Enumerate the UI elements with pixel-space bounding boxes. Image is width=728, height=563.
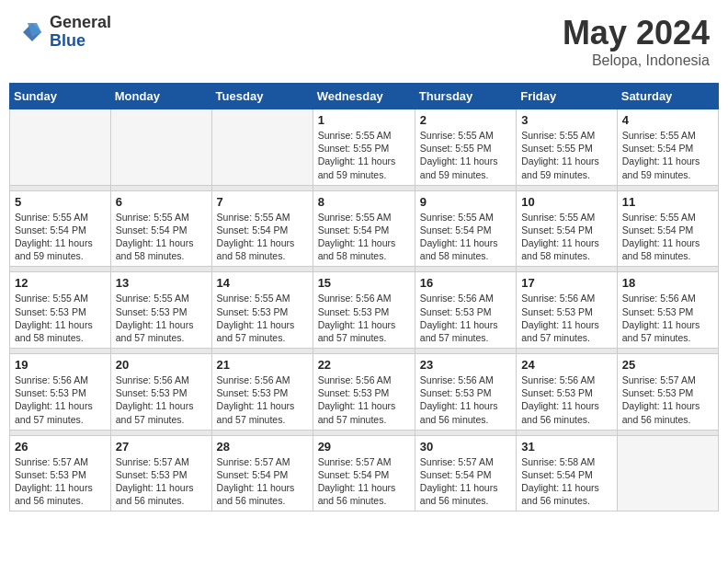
day-number: 12 [15,276,106,290]
table-row: 2Sunrise: 5:55 AM Sunset: 5:55 PM Daylig… [415,109,516,186]
table-row: 30Sunrise: 5:57 AM Sunset: 5:54 PM Dayli… [415,435,516,511]
day-number: 27 [116,440,207,454]
day-info: Sunrise: 5:55 AM Sunset: 5:53 PM Dayligh… [15,292,106,344]
day-number: 3 [521,113,612,127]
table-row: 17Sunrise: 5:56 AM Sunset: 5:53 PM Dayli… [517,272,618,349]
day-info: Sunrise: 5:56 AM Sunset: 5:53 PM Dayligh… [318,373,410,426]
day-info: Sunrise: 5:55 AM Sunset: 5:54 PM Dayligh… [15,211,106,263]
day-number: 9 [420,195,511,209]
table-row: 24Sunrise: 5:56 AM Sunset: 5:53 PM Dayli… [517,354,618,431]
table-row: 18Sunrise: 5:56 AM Sunset: 5:53 PM Dayli… [617,272,718,349]
header-friday: Friday [517,84,618,109]
page-header: General Blue May 2024 Belopa, Indonesia [9,9,719,74]
day-info: Sunrise: 5:55 AM Sunset: 5:54 PM Dayligh… [622,129,713,181]
calendar-week-row: 12Sunrise: 5:55 AM Sunset: 5:53 PM Dayli… [10,272,719,349]
table-row: 8Sunrise: 5:55 AM Sunset: 5:54 PM Daylig… [313,190,415,267]
day-number: 8 [318,195,410,209]
day-number: 31 [521,440,612,454]
table-row: 20Sunrise: 5:56 AM Sunset: 5:53 PM Dayli… [110,354,211,431]
day-info: Sunrise: 5:56 AM Sunset: 5:53 PM Dayligh… [521,292,612,344]
day-number: 28 [217,440,308,454]
day-number: 13 [116,276,207,290]
day-info: Sunrise: 5:57 AM Sunset: 5:54 PM Dayligh… [217,455,308,508]
day-info: Sunrise: 5:55 AM Sunset: 5:55 PM Dayligh… [420,129,511,181]
table-row: 21Sunrise: 5:56 AM Sunset: 5:53 PM Dayli… [211,354,313,431]
logo-blue: Blue [50,32,111,51]
header-thursday: Thursday [415,84,516,109]
table-row [211,109,313,186]
table-row [110,109,211,186]
day-info: Sunrise: 5:57 AM Sunset: 5:53 PM Dayligh… [622,373,713,426]
weekday-header-row: Sunday Monday Tuesday Wednesday Thursday… [10,84,719,109]
table-row: 16Sunrise: 5:56 AM Sunset: 5:53 PM Dayli… [415,272,516,349]
day-number: 11 [622,195,713,209]
day-info: Sunrise: 5:57 AM Sunset: 5:53 PM Dayligh… [15,455,106,508]
day-number: 4 [622,113,713,127]
day-number: 15 [318,276,410,290]
day-number: 6 [116,195,207,209]
day-info: Sunrise: 5:57 AM Sunset: 5:53 PM Dayligh… [116,455,207,508]
table-row: 29Sunrise: 5:57 AM Sunset: 5:54 PM Dayli… [313,435,415,511]
table-row: 7Sunrise: 5:55 AM Sunset: 5:54 PM Daylig… [211,190,313,267]
day-number: 7 [217,195,308,209]
table-row: 9Sunrise: 5:55 AM Sunset: 5:54 PM Daylig… [415,190,516,267]
day-info: Sunrise: 5:55 AM Sunset: 5:53 PM Dayligh… [217,292,308,344]
header-monday: Monday [110,84,211,109]
calendar-week-row: 26Sunrise: 5:57 AM Sunset: 5:53 PM Dayli… [10,435,719,511]
table-row [617,435,718,511]
day-number: 23 [420,358,511,372]
logo-text: General Blue [50,14,111,51]
calendar: Sunday Monday Tuesday Wednesday Thursday… [9,83,719,511]
day-info: Sunrise: 5:56 AM Sunset: 5:53 PM Dayligh… [420,373,511,426]
day-info: Sunrise: 5:56 AM Sunset: 5:53 PM Dayligh… [217,373,308,426]
logo-general: General [50,14,111,32]
day-info: Sunrise: 5:55 AM Sunset: 5:55 PM Dayligh… [521,129,612,181]
day-info: Sunrise: 5:55 AM Sunset: 5:54 PM Dayligh… [521,211,612,263]
table-row: 6Sunrise: 5:55 AM Sunset: 5:54 PM Daylig… [110,190,211,267]
table-row: 11Sunrise: 5:55 AM Sunset: 5:54 PM Dayli… [617,190,718,267]
day-info: Sunrise: 5:55 AM Sunset: 5:54 PM Dayligh… [116,211,207,263]
table-row: 13Sunrise: 5:55 AM Sunset: 5:53 PM Dayli… [110,272,211,349]
day-number: 30 [420,440,511,454]
title-block: May 2024 Belopa, Indonesia [563,14,710,69]
day-number: 16 [420,276,511,290]
day-number: 17 [521,276,612,290]
day-number: 5 [15,195,106,209]
day-info: Sunrise: 5:55 AM Sunset: 5:54 PM Dayligh… [318,211,410,263]
table-row: 26Sunrise: 5:57 AM Sunset: 5:53 PM Dayli… [10,435,111,511]
table-row: 15Sunrise: 5:56 AM Sunset: 5:53 PM Dayli… [313,272,415,349]
table-row: 28Sunrise: 5:57 AM Sunset: 5:54 PM Dayli… [211,435,313,511]
table-row: 23Sunrise: 5:56 AM Sunset: 5:53 PM Dayli… [415,354,516,431]
day-number: 19 [15,358,106,372]
location: Belopa, Indonesia [563,52,710,69]
table-row: 19Sunrise: 5:56 AM Sunset: 5:53 PM Dayli… [10,354,111,431]
day-number: 20 [116,358,207,372]
logo-icon [18,18,46,46]
day-number: 24 [521,358,612,372]
table-row: 14Sunrise: 5:55 AM Sunset: 5:53 PM Dayli… [211,272,313,349]
calendar-week-row: 5Sunrise: 5:55 AM Sunset: 5:54 PM Daylig… [10,190,719,267]
header-tuesday: Tuesday [211,84,313,109]
table-row: 1Sunrise: 5:55 AM Sunset: 5:55 PM Daylig… [313,109,415,186]
day-info: Sunrise: 5:55 AM Sunset: 5:53 PM Dayligh… [116,292,207,344]
day-info: Sunrise: 5:58 AM Sunset: 5:54 PM Dayligh… [521,455,612,508]
day-info: Sunrise: 5:56 AM Sunset: 5:53 PM Dayligh… [116,373,207,426]
day-number: 10 [521,195,612,209]
header-saturday: Saturday [617,84,718,109]
month-year: May 2024 [563,14,710,52]
day-info: Sunrise: 5:56 AM Sunset: 5:53 PM Dayligh… [622,292,713,344]
header-wednesday: Wednesday [313,84,415,109]
day-info: Sunrise: 5:56 AM Sunset: 5:53 PM Dayligh… [420,292,511,344]
day-number: 18 [622,276,713,290]
day-number: 29 [318,440,410,454]
day-info: Sunrise: 5:57 AM Sunset: 5:54 PM Dayligh… [420,455,511,508]
day-info: Sunrise: 5:56 AM Sunset: 5:53 PM Dayligh… [15,373,106,426]
day-info: Sunrise: 5:55 AM Sunset: 5:54 PM Dayligh… [420,211,511,263]
table-row [10,109,111,186]
table-row: 27Sunrise: 5:57 AM Sunset: 5:53 PM Dayli… [110,435,211,511]
day-number: 22 [318,358,410,372]
day-info: Sunrise: 5:55 AM Sunset: 5:54 PM Dayligh… [217,211,308,263]
table-row: 5Sunrise: 5:55 AM Sunset: 5:54 PM Daylig… [10,190,111,267]
table-row: 3Sunrise: 5:55 AM Sunset: 5:55 PM Daylig… [517,109,618,186]
day-number: 1 [318,113,410,127]
